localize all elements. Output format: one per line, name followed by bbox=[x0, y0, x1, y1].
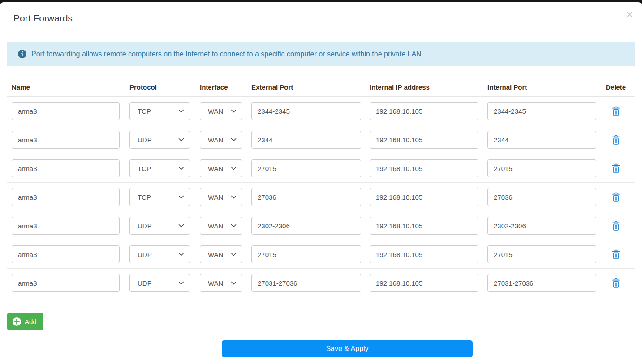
internal-ip-input[interactable] bbox=[370, 188, 478, 206]
name-cell bbox=[12, 102, 120, 120]
protocol-select[interactable]: TCP bbox=[129, 102, 190, 120]
interface-cell: WAN bbox=[200, 245, 242, 263]
interface-select[interactable]: WAN bbox=[200, 131, 242, 149]
delete-button[interactable] bbox=[611, 248, 621, 261]
internal-port-input[interactable] bbox=[487, 245, 596, 263]
name-cell bbox=[12, 159, 120, 177]
table-row: UDP WAN bbox=[7, 240, 635, 269]
internal-port-cell bbox=[487, 245, 596, 263]
internal-ip-input[interactable] bbox=[370, 274, 478, 292]
internal-port-cell bbox=[487, 217, 596, 235]
internal-ip-cell bbox=[370, 188, 478, 206]
info-banner: Port forwarding allows remote computers … bbox=[7, 42, 635, 66]
name-input[interactable] bbox=[12, 245, 120, 263]
protocol-select[interactable]: UDP bbox=[129, 217, 190, 235]
protocol-cell: TCP bbox=[129, 188, 190, 206]
delete-button[interactable] bbox=[611, 163, 621, 175]
internal-port-input[interactable] bbox=[487, 102, 596, 120]
plus-circle-icon bbox=[13, 317, 21, 326]
protocol-select[interactable]: UDP bbox=[129, 245, 190, 263]
internal-ip-input[interactable] bbox=[370, 102, 478, 120]
name-input[interactable] bbox=[12, 159, 120, 177]
trash-icon bbox=[612, 221, 620, 231]
external-port-input[interactable] bbox=[251, 188, 361, 206]
interface-select[interactable]: WAN bbox=[200, 102, 242, 120]
table-row: TCP WAN bbox=[7, 154, 635, 183]
internal-ip-input[interactable] bbox=[370, 159, 478, 177]
delete-cell bbox=[596, 163, 635, 175]
protocol-select[interactable]: TCP bbox=[129, 188, 190, 206]
table-row: TCP WAN bbox=[7, 97, 635, 125]
internal-port-cell bbox=[487, 159, 596, 177]
external-port-input[interactable] bbox=[251, 159, 361, 177]
name-cell bbox=[12, 274, 120, 292]
interface-select[interactable]: WAN bbox=[200, 217, 242, 235]
internal-ip-cell bbox=[370, 245, 478, 263]
name-input[interactable] bbox=[12, 274, 120, 292]
interface-select[interactable]: WAN bbox=[200, 245, 242, 263]
interface-select[interactable]: WAN bbox=[200, 274, 242, 292]
interface-select[interactable]: WAN bbox=[200, 159, 242, 177]
trash-icon bbox=[612, 249, 620, 260]
delete-cell bbox=[596, 105, 635, 117]
internal-port-cell bbox=[487, 102, 596, 120]
delete-button[interactable] bbox=[611, 105, 621, 117]
add-button-label: Add bbox=[25, 318, 37, 325]
internal-ip-input[interactable] bbox=[370, 217, 478, 235]
name-cell bbox=[12, 245, 120, 263]
delete-button[interactable] bbox=[611, 191, 621, 203]
internal-port-cell bbox=[487, 131, 596, 149]
internal-port-input[interactable] bbox=[487, 131, 596, 149]
close-icon[interactable]: ✕ bbox=[626, 10, 633, 19]
header-internal-ip: Internal IP address bbox=[370, 83, 478, 91]
trash-icon bbox=[612, 163, 620, 174]
delete-button[interactable] bbox=[611, 134, 621, 146]
external-port-cell bbox=[251, 274, 361, 292]
port-forward-rows: TCP WAN bbox=[7, 97, 635, 297]
internal-port-input[interactable] bbox=[487, 159, 596, 177]
add-button[interactable]: Add bbox=[7, 313, 43, 330]
external-port-input[interactable] bbox=[251, 245, 361, 263]
protocol-select[interactable]: TCP bbox=[129, 159, 190, 177]
internal-port-input[interactable] bbox=[487, 188, 596, 206]
internal-ip-cell bbox=[370, 131, 478, 149]
header-delete: Delete bbox=[596, 83, 635, 91]
external-port-input[interactable] bbox=[251, 102, 361, 120]
internal-port-cell bbox=[487, 274, 596, 292]
header-interface: Interface bbox=[200, 83, 242, 91]
interface-select[interactable]: WAN bbox=[200, 188, 242, 206]
internal-ip-cell bbox=[370, 102, 478, 120]
save-apply-button[interactable]: Save & Apply bbox=[222, 340, 473, 357]
protocol-cell: UDP bbox=[129, 245, 190, 263]
name-input[interactable] bbox=[12, 131, 120, 149]
internal-port-cell bbox=[487, 188, 596, 206]
info-icon bbox=[18, 50, 26, 58]
trash-icon bbox=[612, 278, 620, 288]
protocol-select[interactable]: UDP bbox=[129, 131, 190, 149]
internal-ip-cell bbox=[370, 159, 478, 177]
internal-port-input[interactable] bbox=[487, 217, 596, 235]
name-input[interactable] bbox=[12, 102, 120, 120]
header-name: Name bbox=[12, 83, 120, 91]
header-internal-port: Internal Port bbox=[487, 83, 596, 91]
table-row: UDP WAN bbox=[7, 125, 635, 154]
header-external-port: External Port bbox=[251, 83, 361, 91]
save-row: Save & Apply bbox=[7, 340, 635, 357]
delete-cell bbox=[596, 220, 635, 232]
delete-cell bbox=[596, 248, 635, 261]
internal-port-input[interactable] bbox=[487, 274, 596, 292]
internal-ip-input[interactable] bbox=[370, 245, 478, 263]
protocol-cell: UDP bbox=[129, 274, 190, 292]
page-title: Port Forwards bbox=[13, 12, 629, 25]
delete-button[interactable] bbox=[611, 277, 621, 289]
protocol-select[interactable]: UDP bbox=[129, 274, 190, 292]
external-port-input[interactable] bbox=[251, 274, 361, 292]
name-input[interactable] bbox=[12, 217, 120, 235]
delete-button[interactable] bbox=[611, 220, 621, 232]
external-port-input[interactable] bbox=[251, 217, 361, 235]
external-port-input[interactable] bbox=[251, 131, 361, 149]
name-input[interactable] bbox=[12, 188, 120, 206]
name-cell bbox=[12, 217, 120, 235]
internal-ip-input[interactable] bbox=[370, 131, 478, 149]
table-row: UDP WAN bbox=[7, 269, 635, 297]
